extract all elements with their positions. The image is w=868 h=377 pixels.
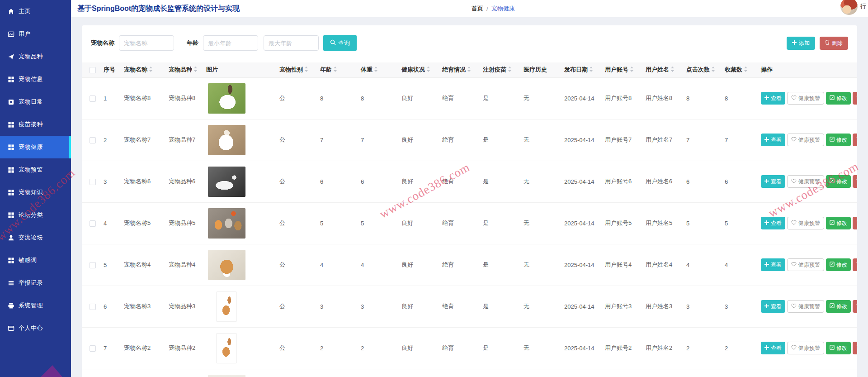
sidebar-item-10[interactable]: 交流论坛 <box>0 226 71 249</box>
sidebar-item-9[interactable]: 论坛分类 <box>0 204 71 226</box>
row-checkbox[interactable] <box>90 262 96 268</box>
column-header-weight[interactable]: 体重 <box>357 62 398 77</box>
age-max-input[interactable] <box>264 35 319 51</box>
row-delete-button[interactable]: 删除 <box>853 300 857 313</box>
column-header-date[interactable]: 发布日期 <box>561 62 601 77</box>
avatar[interactable] <box>840 0 858 15</box>
row-delete-button[interactable]: 删除 <box>853 342 857 354</box>
breadcrumb-current[interactable]: 宠物健康 <box>491 5 515 13</box>
column-header-vaccine[interactable]: 注射疫苗 <box>479 62 520 77</box>
age-min-input[interactable] <box>203 35 258 51</box>
sidebar-item-label: 用户 <box>19 30 31 38</box>
sidebar-item-11[interactable]: 敏感词 <box>0 249 71 272</box>
column-header-age[interactable]: 年龄 <box>316 62 357 77</box>
column-header-username[interactable]: 用户姓名 <box>642 62 683 77</box>
sidebar-item-8[interactable]: 宠物知识 <box>0 181 71 204</box>
view-button[interactable]: 查看 <box>761 342 785 354</box>
row-delete-button[interactable]: 删除 <box>853 92 857 105</box>
cell-vaccine: 是 <box>479 244 520 286</box>
sidebar-item-6[interactable]: 宠物健康 <box>0 136 71 158</box>
row-delete-button[interactable]: 删除 <box>853 217 857 229</box>
add-button[interactable]: 添加 <box>787 37 815 50</box>
sidebar-item-13[interactable]: 系统管理 <box>0 294 71 317</box>
health-warning-button[interactable]: 健康预警 <box>787 175 824 188</box>
table-row: 2宠物名称7宠物品种7公77良好绝育是无2025-04-14用户账号7用户姓名7… <box>82 119 857 161</box>
edit-button[interactable]: 修改 <box>826 92 851 105</box>
column-header-breed[interactable]: 宠物品种 <box>165 62 203 77</box>
view-button[interactable]: 查看 <box>761 217 785 229</box>
sort-icon[interactable] <box>711 66 715 74</box>
sort-icon[interactable] <box>426 66 430 74</box>
cell-image <box>203 161 276 202</box>
view-button[interactable]: 查看 <box>761 258 785 271</box>
view-button[interactable]: 查看 <box>761 175 785 188</box>
row-checkbox[interactable] <box>90 220 96 227</box>
row-delete-button[interactable]: 删除 <box>853 258 857 271</box>
cell-favs: 8 <box>721 77 757 119</box>
sidebar-item-2[interactable]: 宠物品种 <box>0 45 71 68</box>
sidebar-item-5[interactable]: 疫苗接种 <box>0 113 71 136</box>
breadcrumb-home[interactable]: 首页 <box>472 5 483 13</box>
sort-icon[interactable] <box>149 66 153 74</box>
column-header-favs[interactable]: 收藏数 <box>721 62 757 77</box>
health-warning-button[interactable]: 健康预警 <box>787 217 824 229</box>
grid-icon <box>8 212 14 219</box>
sort-icon[interactable] <box>744 66 748 74</box>
column-header-name[interactable]: 宠物名称 <box>120 62 165 77</box>
sidebar-item-1[interactable]: 用户 <box>0 23 71 45</box>
edit-button[interactable]: 修改 <box>826 175 851 188</box>
edit-button[interactable]: 修改 <box>826 342 851 354</box>
health-warning-button[interactable]: 健康预警 <box>787 258 824 271</box>
column-header-account[interactable]: 用户账号 <box>601 62 642 77</box>
sort-icon[interactable] <box>193 66 198 74</box>
row-checkbox[interactable] <box>90 179 96 185</box>
row-checkbox[interactable] <box>90 304 96 310</box>
row-checkbox[interactable] <box>90 95 96 102</box>
sidebar-item-3[interactable]: 宠物信息 <box>0 68 71 91</box>
column-header-neuter[interactable]: 绝育情况 <box>439 62 479 77</box>
edit-button[interactable]: 修改 <box>826 134 851 146</box>
view-button[interactable]: 查看 <box>761 92 785 105</box>
sort-icon[interactable] <box>467 66 471 74</box>
column-header-clicks[interactable]: 点击次数 <box>683 62 721 77</box>
cell-history: 无 <box>520 161 561 202</box>
row-checkbox[interactable] <box>90 345 96 352</box>
cell-age: 8 <box>316 77 357 119</box>
sidebar-item-7[interactable]: 宠物预警 <box>0 158 71 181</box>
sort-icon[interactable] <box>333 66 337 74</box>
health-warning-button[interactable]: 健康预警 <box>787 342 824 354</box>
sidebar-item-4[interactable]: 宠物日常 <box>0 91 71 113</box>
row-delete-button[interactable]: 删除 <box>853 175 857 188</box>
sort-icon[interactable] <box>374 66 378 74</box>
cell-age: 5 <box>316 202 357 244</box>
edit-button[interactable]: 修改 <box>826 258 851 271</box>
column-header-health[interactable]: 健康状况 <box>398 62 439 77</box>
health-warning-button[interactable]: 健康预警 <box>787 300 824 313</box>
search-button[interactable]: 查询 <box>323 35 357 51</box>
sidebar-item-14[interactable]: 个人中心 <box>0 317 71 339</box>
sidebar-item-12[interactable]: 举报记录 <box>0 272 71 294</box>
sort-icon[interactable] <box>589 66 593 74</box>
delete-button[interactable]: 删除 <box>820 37 848 50</box>
row-checkbox[interactable] <box>90 137 96 143</box>
sort-icon[interactable] <box>304 66 308 74</box>
view-button[interactable]: 查看 <box>761 300 785 313</box>
sort-icon[interactable] <box>508 66 512 74</box>
view-button[interactable]: 查看 <box>761 134 785 146</box>
sort-icon[interactable] <box>630 66 634 74</box>
sidebar-item-0[interactable]: 主页 <box>0 0 71 23</box>
select-all-checkbox[interactable] <box>90 67 96 73</box>
health-warning-button[interactable]: 健康预警 <box>787 134 824 146</box>
edit-button[interactable]: 修改 <box>826 300 851 313</box>
row-delete-button[interactable]: 删除 <box>853 134 857 146</box>
cell-date: 2025-04-14 <box>561 161 601 202</box>
cell-gender: 公 <box>276 286 316 327</box>
pet-name-input[interactable] <box>119 35 174 51</box>
cell-name: 宠物名称7 <box>120 119 165 161</box>
health-warning-button[interactable]: 健康预警 <box>787 92 824 105</box>
trash-icon <box>856 303 857 310</box>
column-header-gender[interactable]: 宠物性别 <box>276 62 316 77</box>
sort-icon[interactable] <box>670 66 675 74</box>
edit-button[interactable]: 修改 <box>826 217 851 229</box>
cell-name: 宠物名称3 <box>120 286 165 327</box>
